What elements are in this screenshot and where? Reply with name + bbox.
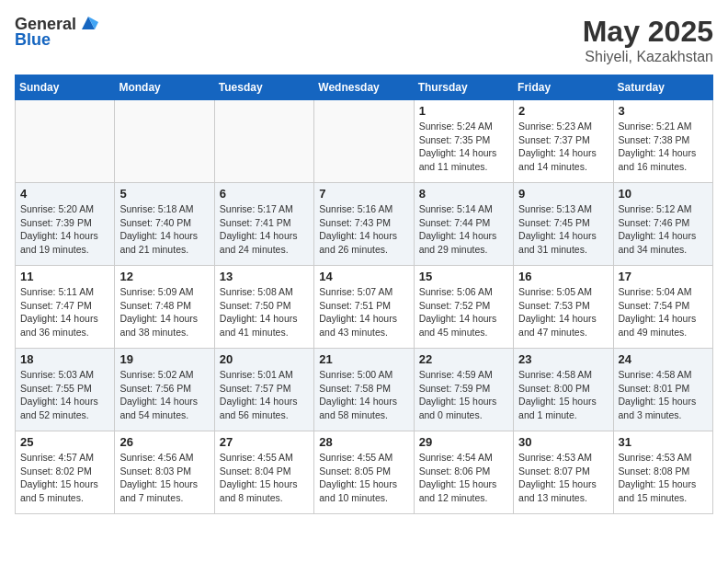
- day-number: 19: [119, 352, 209, 366]
- calendar-cell: 3Sunrise: 5:21 AM Sunset: 7:38 PM Daylig…: [613, 100, 712, 183]
- calendar-cell: 5Sunrise: 5:18 AM Sunset: 7:40 PM Daylig…: [115, 183, 214, 266]
- day-number: 6: [220, 187, 309, 201]
- day-number: 15: [419, 270, 508, 283]
- calendar-cell: 29Sunrise: 4:54 AM Sunset: 8:06 PM Dayli…: [414, 431, 513, 514]
- day-number: 31: [619, 435, 708, 449]
- day-info: Sunrise: 5:16 AM Sunset: 7:43 PM Dayligh…: [319, 202, 408, 257]
- calendar-cell: 30Sunrise: 4:53 AM Sunset: 8:07 PM Dayli…: [514, 431, 613, 514]
- day-number: 7: [319, 187, 408, 201]
- day-info: Sunrise: 5:04 AM Sunset: 7:54 PM Dayligh…: [619, 285, 708, 339]
- day-number: 14: [319, 270, 408, 283]
- day-number: 16: [518, 270, 608, 283]
- calendar-cell: 15Sunrise: 5:06 AM Sunset: 7:52 PM Dayli…: [414, 266, 513, 349]
- day-info: Sunrise: 4:59 AM Sunset: 7:59 PM Dayligh…: [419, 368, 508, 422]
- day-info: Sunrise: 4:55 AM Sunset: 8:04 PM Dayligh…: [220, 451, 309, 505]
- day-number: 29: [419, 435, 508, 449]
- calendar-week-row: 18Sunrise: 5:03 AM Sunset: 7:55 PM Dayli…: [16, 349, 713, 431]
- calendar-cell: [16, 100, 115, 183]
- day-info: Sunrise: 5:09 AM Sunset: 7:48 PM Dayligh…: [119, 285, 209, 339]
- day-info: Sunrise: 5:08 AM Sunset: 7:50 PM Dayligh…: [220, 285, 309, 339]
- calendar-cell: 1Sunrise: 5:24 AM Sunset: 7:35 PM Daylig…: [414, 100, 513, 183]
- day-info: Sunrise: 4:58 AM Sunset: 8:00 PM Dayligh…: [518, 368, 608, 422]
- day-info: Sunrise: 4:58 AM Sunset: 8:01 PM Dayligh…: [619, 368, 708, 422]
- calendar-cell: 8Sunrise: 5:14 AM Sunset: 7:44 PM Daylig…: [414, 183, 513, 266]
- logo-icon: [78, 13, 98, 33]
- day-info: Sunrise: 5:21 AM Sunset: 7:38 PM Dayligh…: [619, 120, 708, 174]
- day-info: Sunrise: 5:06 AM Sunset: 7:52 PM Dayligh…: [419, 285, 508, 339]
- day-number: 8: [419, 187, 508, 201]
- day-number: 1: [419, 104, 508, 118]
- day-info: Sunrise: 5:07 AM Sunset: 7:51 PM Dayligh…: [319, 285, 408, 339]
- day-number: 5: [119, 187, 209, 201]
- day-number: 24: [619, 352, 708, 366]
- logo-blue: Blue: [15, 30, 51, 50]
- day-number: 12: [119, 270, 209, 283]
- calendar-cell: 16Sunrise: 5:05 AM Sunset: 7:53 PM Dayli…: [514, 266, 613, 349]
- day-number: 20: [220, 352, 309, 366]
- header-monday: Monday: [115, 75, 214, 100]
- calendar-cell: 7Sunrise: 5:16 AM Sunset: 7:43 PM Daylig…: [314, 183, 414, 266]
- day-number: 3: [619, 104, 708, 118]
- calendar-week-row: 4Sunrise: 5:20 AM Sunset: 7:39 PM Daylig…: [16, 183, 713, 266]
- calendar-cell: 9Sunrise: 5:13 AM Sunset: 7:45 PM Daylig…: [514, 183, 613, 266]
- day-number: 9: [518, 187, 608, 201]
- day-info: Sunrise: 4:53 AM Sunset: 8:08 PM Dayligh…: [619, 451, 708, 505]
- calendar-cell: 14Sunrise: 5:07 AM Sunset: 7:51 PM Dayli…: [314, 266, 414, 349]
- day-number: 21: [319, 352, 408, 366]
- day-number: 17: [619, 270, 708, 283]
- calendar-cell: [115, 100, 214, 183]
- header-saturday: Saturday: [613, 75, 712, 100]
- calendar-cell: [214, 100, 313, 183]
- calendar-cell: 22Sunrise: 4:59 AM Sunset: 7:59 PM Dayli…: [414, 349, 513, 431]
- day-number: 11: [20, 270, 109, 283]
- day-info: Sunrise: 5:00 AM Sunset: 7:58 PM Dayligh…: [319, 368, 408, 422]
- header-friday: Friday: [514, 75, 613, 100]
- day-number: 4: [20, 187, 109, 201]
- calendar-cell: 10Sunrise: 5:12 AM Sunset: 7:46 PM Dayli…: [613, 183, 712, 266]
- calendar-cell: 21Sunrise: 5:00 AM Sunset: 7:58 PM Dayli…: [314, 349, 414, 431]
- calendar-cell: 26Sunrise: 4:56 AM Sunset: 8:03 PM Dayli…: [115, 431, 214, 514]
- header-tuesday: Tuesday: [214, 75, 313, 100]
- header-thursday: Thursday: [414, 75, 513, 100]
- header-wednesday: Wednesday: [314, 75, 414, 100]
- day-number: 27: [220, 435, 309, 449]
- day-info: Sunrise: 5:18 AM Sunset: 7:40 PM Dayligh…: [119, 202, 209, 257]
- calendar-cell: [314, 100, 414, 183]
- calendar-subtitle: Shiyeli, Kazakhstan: [583, 49, 713, 65]
- calendar-cell: 6Sunrise: 5:17 AM Sunset: 7:41 PM Daylig…: [214, 183, 313, 266]
- calendar-cell: 23Sunrise: 4:58 AM Sunset: 8:00 PM Dayli…: [514, 349, 613, 431]
- logo: General Blue: [15, 15, 98, 50]
- day-info: Sunrise: 5:13 AM Sunset: 7:45 PM Dayligh…: [518, 202, 608, 257]
- day-number: 22: [419, 352, 508, 366]
- calendar-cell: 2Sunrise: 5:23 AM Sunset: 7:37 PM Daylig…: [514, 100, 613, 183]
- day-info: Sunrise: 4:57 AM Sunset: 8:02 PM Dayligh…: [20, 451, 109, 505]
- day-info: Sunrise: 4:53 AM Sunset: 8:07 PM Dayligh…: [518, 451, 608, 505]
- day-info: Sunrise: 5:01 AM Sunset: 7:57 PM Dayligh…: [220, 368, 309, 422]
- calendar-cell: 20Sunrise: 5:01 AM Sunset: 7:57 PM Dayli…: [214, 349, 313, 431]
- day-number: 26: [119, 435, 209, 449]
- day-info: Sunrise: 5:17 AM Sunset: 7:41 PM Dayligh…: [220, 202, 309, 257]
- page-header: General Blue May 2025 Shiyeli, Kazakhsta…: [15, 15, 713, 65]
- day-number: 23: [518, 352, 608, 366]
- day-info: Sunrise: 4:54 AM Sunset: 8:06 PM Dayligh…: [419, 451, 508, 505]
- day-info: Sunrise: 5:02 AM Sunset: 7:56 PM Dayligh…: [119, 368, 209, 422]
- header-sunday: Sunday: [16, 75, 115, 100]
- calendar-week-row: 1Sunrise: 5:24 AM Sunset: 7:35 PM Daylig…: [16, 100, 713, 183]
- calendar-week-row: 11Sunrise: 5:11 AM Sunset: 7:47 PM Dayli…: [16, 266, 713, 349]
- day-info: Sunrise: 5:11 AM Sunset: 7:47 PM Dayligh…: [20, 285, 109, 339]
- calendar-cell: 24Sunrise: 4:58 AM Sunset: 8:01 PM Dayli…: [613, 349, 712, 431]
- calendar-cell: 18Sunrise: 5:03 AM Sunset: 7:55 PM Dayli…: [16, 349, 115, 431]
- day-number: 25: [20, 435, 109, 449]
- day-info: Sunrise: 5:12 AM Sunset: 7:46 PM Dayligh…: [619, 202, 708, 257]
- day-info: Sunrise: 5:03 AM Sunset: 7:55 PM Dayligh…: [20, 368, 109, 422]
- day-info: Sunrise: 5:24 AM Sunset: 7:35 PM Dayligh…: [419, 120, 508, 174]
- calendar-cell: 28Sunrise: 4:55 AM Sunset: 8:05 PM Dayli…: [314, 431, 414, 514]
- day-number: 18: [20, 352, 109, 366]
- day-number: 28: [319, 435, 408, 449]
- calendar-cell: 31Sunrise: 4:53 AM Sunset: 8:08 PM Dayli…: [613, 431, 712, 514]
- calendar-cell: 13Sunrise: 5:08 AM Sunset: 7:50 PM Dayli…: [214, 266, 313, 349]
- day-info: Sunrise: 5:23 AM Sunset: 7:37 PM Dayligh…: [518, 120, 608, 174]
- calendar-cell: 27Sunrise: 4:55 AM Sunset: 8:04 PM Dayli…: [214, 431, 313, 514]
- calendar-cell: 12Sunrise: 5:09 AM Sunset: 7:48 PM Dayli…: [115, 266, 214, 349]
- day-number: 10: [619, 187, 708, 201]
